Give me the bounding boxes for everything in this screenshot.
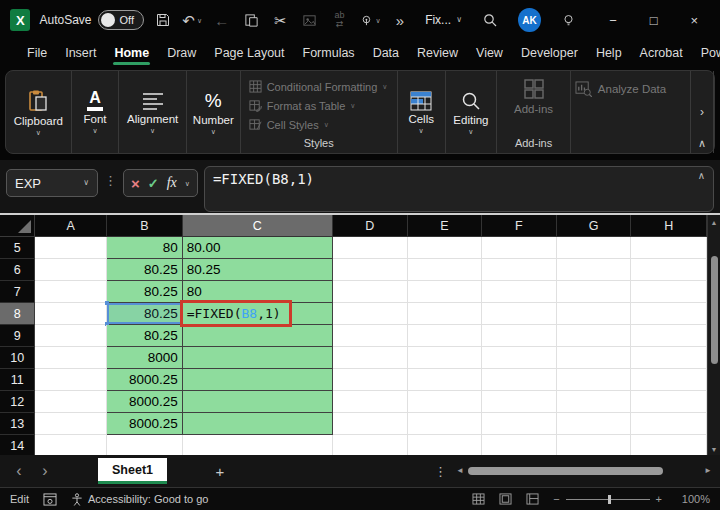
- column-header-e[interactable]: E: [408, 215, 483, 237]
- row-header[interactable]: 7: [0, 281, 35, 303]
- cell-c10[interactable]: [183, 347, 333, 369]
- touch-mode-icon[interactable]: ∨: [359, 8, 381, 32]
- menu-tab-developer[interactable]: Developer: [512, 42, 587, 66]
- close-button[interactable]: ×: [678, 7, 710, 33]
- macro-record-button[interactable]: [43, 493, 57, 506]
- cell-g6[interactable]: [557, 259, 632, 281]
- zoom-slider[interactable]: [566, 499, 650, 500]
- enter-formula-button[interactable]: ✓: [148, 177, 159, 190]
- save-icon[interactable]: [153, 8, 173, 32]
- formula-bar-handle[interactable]: ⋮: [104, 174, 117, 187]
- autosave-toggle[interactable]: Off: [98, 10, 144, 30]
- cell-f10[interactable]: [482, 347, 557, 369]
- formula-bar-collapse-icon[interactable]: ∧: [698, 171, 705, 181]
- autosave-control[interactable]: AutoSave Off: [39, 10, 143, 30]
- copy-icon[interactable]: [241, 8, 261, 32]
- cell-e9[interactable]: [408, 325, 483, 347]
- page-break-preview-button[interactable]: [526, 493, 539, 505]
- cell-a6[interactable]: [35, 259, 107, 281]
- cell-g11[interactable]: [557, 369, 632, 391]
- column-header-b[interactable]: B: [107, 215, 183, 237]
- cell-c9[interactable]: [183, 325, 333, 347]
- normal-view-button[interactable]: [472, 493, 485, 505]
- search-icon[interactable]: [480, 8, 500, 32]
- column-header-c[interactable]: C: [183, 215, 333, 237]
- cell-f13[interactable]: [482, 413, 557, 435]
- cell-d13[interactable]: [333, 413, 408, 435]
- menu-tab-home[interactable]: Home: [105, 42, 158, 66]
- touch-mode-dropdown-icon[interactable]: ∨: [376, 17, 381, 24]
- undo-dropdown-icon[interactable]: ∨: [197, 17, 202, 24]
- row-header[interactable]: 6: [0, 259, 35, 281]
- select-all-corner[interactable]: [0, 215, 35, 237]
- cell-b6[interactable]: 80.25: [107, 259, 183, 281]
- ribbon-group-cells[interactable]: Cells ∨: [398, 71, 446, 153]
- cell-d10[interactable]: [333, 347, 408, 369]
- menu-tab-draw[interactable]: Draw: [158, 42, 205, 66]
- cell-g14[interactable]: [557, 435, 632, 457]
- column-header-g[interactable]: G: [557, 215, 632, 237]
- cell-e6[interactable]: [408, 259, 483, 281]
- cell-e10[interactable]: [408, 347, 483, 369]
- cell-c5[interactable]: 80.00: [183, 237, 333, 259]
- zoom-in-icon[interactable]: +: [656, 494, 662, 505]
- cut-icon[interactable]: ✂: [270, 8, 290, 32]
- cell-h13[interactable]: [631, 413, 707, 435]
- cell-b13[interactable]: 8000.25: [107, 413, 183, 435]
- ribbon-group-font[interactable]: A Font ∨: [72, 71, 120, 153]
- sheetbar-options-icon[interactable]: ⋮: [434, 465, 447, 478]
- ribbon-group-editing[interactable]: Editing ∨: [446, 71, 498, 153]
- column-header-h[interactable]: H: [631, 215, 707, 237]
- row-header[interactable]: 14: [0, 435, 35, 457]
- cell-f14[interactable]: [482, 435, 557, 457]
- cell-b10[interactable]: 8000: [107, 347, 183, 369]
- accessibility-status[interactable]: Accessibility: Good to go: [71, 493, 208, 506]
- cell-d9[interactable]: [333, 325, 408, 347]
- name-box[interactable]: EXP ∨: [6, 169, 98, 197]
- horizontal-scrollbar-track[interactable]: [468, 466, 700, 476]
- zoom-out-icon[interactable]: −: [553, 494, 559, 505]
- cell-e11[interactable]: [408, 369, 483, 391]
- sheet-nav-right-icon[interactable]: ›: [32, 463, 58, 479]
- menu-tab-formulas[interactable]: Formulas: [294, 42, 364, 66]
- vertical-scrollbar-thumb[interactable]: [711, 256, 718, 364]
- document-title[interactable]: Fix... ∨: [425, 13, 462, 27]
- cell-f12[interactable]: [482, 391, 557, 413]
- scroll-right-icon[interactable]: ►: [704, 467, 712, 475]
- column-header-a[interactable]: A: [35, 215, 107, 237]
- name-box-dropdown-icon[interactable]: ∨: [83, 179, 89, 187]
- menu-tab-power-pivot[interactable]: Power Pivot: [692, 42, 720, 66]
- cell-c7[interactable]: 80: [183, 281, 333, 303]
- cell-g7[interactable]: [557, 281, 632, 303]
- zoom-slider-thumb[interactable]: [608, 495, 611, 504]
- cell-a11[interactable]: [35, 369, 107, 391]
- cell-d14[interactable]: [333, 435, 408, 457]
- cell-b5[interactable]: 80: [107, 237, 183, 259]
- ribbon-group-number[interactable]: % Number ∨: [187, 71, 241, 153]
- sheet-nav-left-icon[interactable]: ‹: [6, 463, 32, 479]
- cell-a8[interactable]: [35, 303, 107, 325]
- vertical-scrollbar[interactable]: ▲ ▼: [707, 215, 720, 457]
- row-header[interactable]: 13: [0, 413, 35, 435]
- cell-b12[interactable]: 8000.25: [107, 391, 183, 413]
- add-sheet-icon[interactable]: +: [207, 464, 233, 479]
- cell-g5[interactable]: [557, 237, 632, 259]
- cell-f5[interactable]: [482, 237, 557, 259]
- cell-d8[interactable]: [333, 303, 408, 325]
- minimize-button[interactable]: −: [597, 7, 629, 33]
- cell-b11[interactable]: 8000.25: [107, 369, 183, 391]
- cell-c14[interactable]: [183, 435, 333, 457]
- zoom-level[interactable]: 100%: [676, 493, 710, 505]
- insert-function-dropdown-icon[interactable]: ∨: [185, 180, 190, 187]
- cell-h5[interactable]: [631, 237, 707, 259]
- cell-e13[interactable]: [408, 413, 483, 435]
- cell-a9[interactable]: [35, 325, 107, 347]
- row-header[interactable]: 11: [0, 369, 35, 391]
- cell-h6[interactable]: [631, 259, 707, 281]
- scroll-left-icon[interactable]: ◄: [456, 467, 464, 475]
- cell-f11[interactable]: [482, 369, 557, 391]
- cell-c11[interactable]: [183, 369, 333, 391]
- row-header[interactable]: 9: [0, 325, 35, 347]
- cell-e12[interactable]: [408, 391, 483, 413]
- menu-tab-file[interactable]: File: [18, 42, 56, 66]
